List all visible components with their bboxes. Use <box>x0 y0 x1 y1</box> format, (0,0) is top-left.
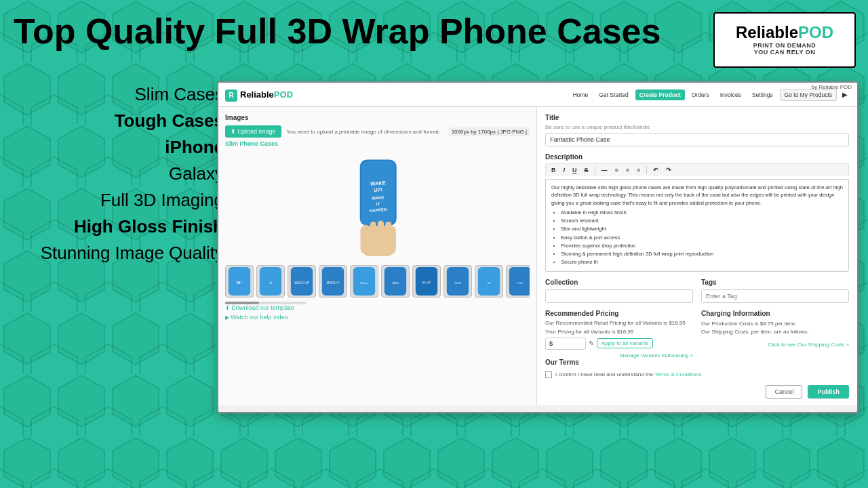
form-section: Title Be sure to use a unique product ti… <box>537 107 857 405</box>
toolbar-redo[interactable]: ↷ <box>663 166 674 174</box>
description-group: Description B I U S — ≡ ≡ ≡ ↶ ↷ <box>545 153 849 272</box>
apply-all-button[interactable]: Apply to all variants <box>597 338 653 348</box>
main-title: Top Quality Full 3D Wrap Phone Cases <box>14 12 685 51</box>
terms-label: Our Terms <box>545 359 849 366</box>
panel-main: Images ⬆ Upload Image You need to upload… <box>218 107 857 405</box>
cancel-button[interactable]: Cancel <box>766 385 802 399</box>
panel-logo: RReliablePOD <box>225 88 298 102</box>
svg-text:3D: 3D <box>488 282 491 285</box>
charging-label: Charging Information <box>701 310 849 317</box>
svg-rect-18 <box>385 222 391 239</box>
terms-link[interactable]: Terms & Conditions <box>654 371 701 378</box>
feature-iphone: iPhone <box>14 134 224 161</box>
terms-group: Our Terms I confirm I have read and unde… <box>545 359 849 378</box>
logo-brand: ReliablePOD <box>736 24 833 41</box>
thumb-2[interactable]: ↙ <box>256 265 285 298</box>
product-type-label: Slim Phone Cases <box>225 140 530 147</box>
thumb-7[interactable]: W UP <box>412 265 441 298</box>
nav-orders[interactable]: Orders <box>688 89 713 100</box>
svg-text:SLIM: SLIM <box>455 282 461 285</box>
svg-text:CASE: CASE <box>392 282 399 285</box>
collection-input[interactable] <box>545 289 693 303</box>
nav-get-started[interactable]: Get Started <box>595 89 632 100</box>
thumb-4[interactable]: MAKE IT <box>319 265 347 298</box>
thumb-10[interactable]: POD <box>506 265 530 298</box>
toolbar-bold[interactable]: B <box>549 166 559 174</box>
watch-video-link[interactable]: Watch our help video <box>225 314 530 321</box>
svg-rect-16 <box>370 222 376 240</box>
svg-text:MAKE IT: MAKE IT <box>326 281 339 285</box>
price-input-row: ✎ Apply to all variants <box>545 338 693 350</box>
svg-text:iPhone: iPhone <box>360 282 368 285</box>
price-edit-icon[interactable]: ✎ <box>589 340 594 347</box>
svg-rect-15 <box>362 225 368 241</box>
recommended-note: Our Recommended Retail Pricing for all V… <box>545 320 693 326</box>
pricing-right: Charging Information Our Production Cost… <box>701 310 849 359</box>
price-input[interactable] <box>545 338 586 350</box>
thumb-9[interactable]: 3D <box>475 265 503 298</box>
feature-tough-cases: Tough Cases <box>14 108 224 134</box>
thumb-5[interactable]: iPhone <box>350 265 378 298</box>
tags-input[interactable] <box>701 289 849 303</box>
manage-variants-link[interactable]: Manage Variants Individually » <box>545 352 693 359</box>
feature-image-quality: Stunning Image Quality <box>14 240 224 266</box>
toolbar-strikethrough[interactable]: S <box>582 166 591 174</box>
your-pricing-note: Your Pricing for all Variants is $16.95 <box>545 329 693 335</box>
scroll-thumb <box>225 302 259 304</box>
publish-button[interactable]: Publish <box>808 385 849 399</box>
toolbar-undo[interactable]: ↶ <box>650 166 661 174</box>
images-section: Images ⬆ Upload Image You need to upload… <box>218 107 537 405</box>
recommended-pricing-label: Recommended Pricing <box>545 310 693 317</box>
thumb-6[interactable]: CASE <box>381 265 410 298</box>
panel-nav: RReliablePOD Home Get Started Create Pro… <box>218 83 857 107</box>
toolbar-hr[interactable]: — <box>599 166 610 174</box>
feature-slim-cases: Slim Cases <box>14 81 224 108</box>
upload-row: ⬆ Upload Image You need to upload a prin… <box>225 125 530 138</box>
images-label: Images <box>225 114 530 121</box>
title-group: Title Be sure to use a unique product ti… <box>545 114 849 146</box>
svg-text:WAKE UP: WAKE UP <box>294 281 309 285</box>
svg-text:UP!: UP! <box>373 186 382 193</box>
svg-text:W UP: W UP <box>422 281 431 285</box>
toolbar-align-center[interactable]: ≡ <box>623 166 632 174</box>
shipping-costs-link[interactable]: Click to see Our Shipping Costs » <box>701 342 849 348</box>
logo-reliable: Reliable <box>736 23 798 41</box>
nav-links: Home Get Started Create Product Orders I… <box>569 89 850 101</box>
upload-hint: You need to upload a printable image of … <box>287 129 443 135</box>
bullet-6: Stunning & permanent high definition 3D … <box>561 250 843 258</box>
nav-create-product[interactable]: Create Product <box>635 89 685 100</box>
toolbar-align-left[interactable]: ≡ <box>612 166 621 174</box>
ui-panel: by Reliable POD RReliablePOD Home Get St… <box>217 81 859 413</box>
toolbar-sep-2 <box>646 166 647 174</box>
thumb-8[interactable]: SLIM <box>443 265 472 298</box>
nav-arrow[interactable]: ▶ <box>840 89 850 100</box>
toolbar-underline[interactable]: U <box>570 166 580 174</box>
bullet-7: Secure phone fit <box>561 258 843 266</box>
thumbnail-strip: W↑ ↙ WAKE UP MAKE IT iPhone CA <box>225 265 530 298</box>
toolbar-align-right[interactable]: ≡ <box>634 166 643 174</box>
terms-text: I confirm I have read and understand the… <box>555 371 702 378</box>
panel-logo-reliable: Reliable <box>240 89 274 100</box>
thumb-3[interactable]: WAKE UP <box>288 265 316 298</box>
download-template-link[interactable]: Download our template <box>225 304 530 311</box>
nav-home[interactable]: Home <box>569 89 593 100</box>
bullet-4: Easy button & port access <box>561 234 843 241</box>
terms-checkbox[interactable] <box>545 371 552 378</box>
bullet-2: Scratch resistant <box>561 217 843 224</box>
nav-go-my-products[interactable]: Go to My Products <box>780 89 837 101</box>
upload-image-button[interactable]: ⬆ Upload Image <box>225 125 281 138</box>
action-links: Download our template Watch our help vid… <box>225 304 530 321</box>
collection-tags-row: Collection Tags <box>545 279 849 310</box>
toolbar-sep-1 <box>595 166 595 174</box>
title-input[interactable] <box>545 133 849 146</box>
feature-3d-imaging: Full 3D Imaging <box>14 187 224 214</box>
bullet-5: Provides superior drop protection <box>561 242 843 249</box>
thumb-1[interactable]: W↑ <box>225 265 254 298</box>
description-content[interactable]: Our highly desirable slim high gloss pho… <box>545 179 849 272</box>
nav-settings[interactable]: Settings <box>748 89 777 100</box>
panel-logo-pod: POD <box>274 89 293 100</box>
nav-invoices[interactable]: Invoices <box>716 89 745 100</box>
pricing-row: Recommended Pricing Our Recommended Reta… <box>545 310 849 359</box>
logo-pod: POD <box>798 23 833 41</box>
toolbar-italic[interactable]: I <box>561 166 568 174</box>
